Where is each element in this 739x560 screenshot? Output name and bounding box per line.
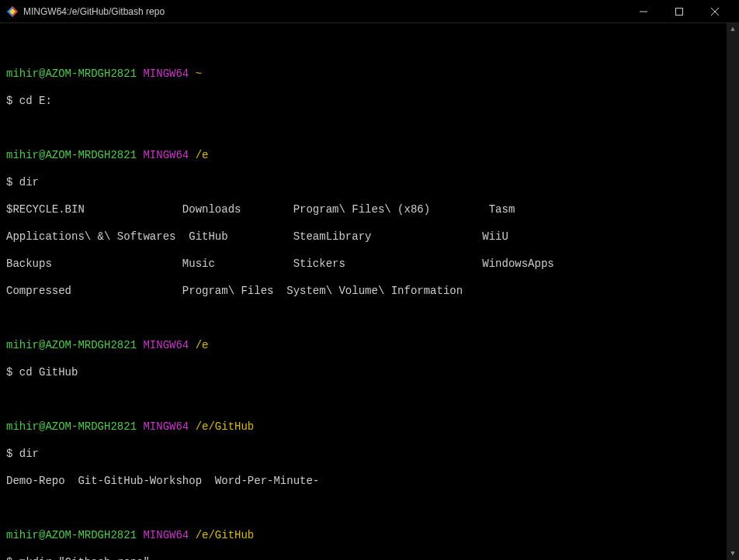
git-bash-icon (6, 5, 19, 18)
prompt-shell: MINGW64 (143, 67, 189, 80)
window-controls (626, 0, 733, 23)
dir-output-line: Applications\ &\ Softwares GitHub SteamL… (6, 230, 720, 244)
maximize-button[interactable] (661, 0, 697, 23)
minimize-button[interactable] (626, 0, 661, 23)
dir-output-line: Backups Music Stickers WindowsApps (6, 258, 720, 271)
prompt-path: ~ (196, 67, 202, 80)
window-title: MINGW64:/e/GitHub/Gitbash repo (23, 6, 165, 17)
command-dir: dir (19, 176, 39, 188)
dir-output-line: Demo-Repo Git-GitHub-Workshop Word-Per-M… (6, 475, 720, 489)
close-button[interactable] (697, 0, 733, 23)
terminal-container: mihir@AZOM-MRDGH2821 MINGW64 ~ $ cd E: m… (0, 23, 739, 560)
svg-rect-5 (676, 8, 683, 15)
command-cd-github: cd GitHub (19, 366, 78, 379)
scroll-up-icon[interactable]: ▲ (727, 23, 739, 36)
command-cd-e: cd E: (19, 95, 52, 107)
prompt-dollar: $ (6, 95, 12, 107)
titlebar-left: MINGW64:/e/GitHub/Gitbash repo (6, 5, 165, 18)
scroll-down-icon[interactable]: ▼ (727, 548, 739, 560)
dir-output-line: $RECYCLE.BIN Downloads Program\ Files\ (… (6, 203, 720, 217)
prompt-user: mihir@AZOM-MRDGH2821 (6, 67, 137, 80)
scrollbar[interactable]: ▲ ▼ (727, 23, 739, 560)
terminal[interactable]: mihir@AZOM-MRDGH2821 MINGW64 ~ $ cd E: m… (0, 23, 727, 560)
dir-output-line: Compressed Program\ Files System\ Volume… (6, 285, 720, 299)
titlebar: MINGW64:/e/GitHub/Gitbash repo (0, 0, 739, 23)
command-mkdir: mkdir "Gitbash repo" (19, 556, 150, 561)
